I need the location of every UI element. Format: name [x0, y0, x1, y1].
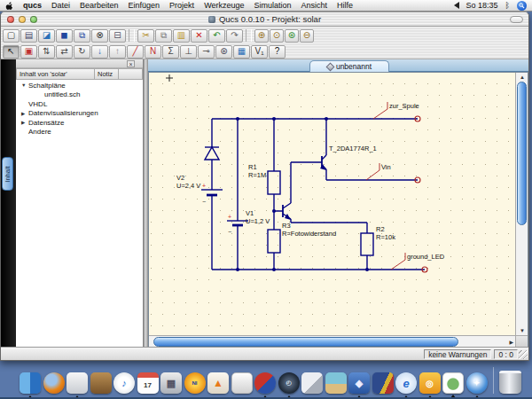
- dock-icon-vlc[interactable]: ▲: [207, 372, 229, 394]
- menu-bearbeiten[interactable]: Bearbeiten: [80, 1, 119, 10]
- r2-name[interactable]: R2: [376, 225, 385, 233]
- sidebar-item-datenvisualisierungen[interactable]: ▶ Datenvisualisierungen: [16, 109, 143, 119]
- dock-icon-qucs[interactable]: ◈: [348, 372, 370, 394]
- dock-icon-itunes[interactable]: ♪: [113, 372, 135, 394]
- window-resize-grip[interactable]: [519, 350, 528, 359]
- component-r2[interactable]: R2 R=10k: [361, 225, 395, 255]
- toolbar-button-close-document[interactable]: ⊗: [91, 29, 108, 43]
- dock-icon-address-book[interactable]: [90, 372, 112, 394]
- toolbar-button-save-all[interactable]: ⧉: [74, 29, 90, 43]
- menu-clock[interactable]: So 18:35: [466, 1, 498, 10]
- toolbar-button-copy[interactable]: ⧉: [155, 29, 172, 43]
- horizontal-scroll-thumb[interactable]: [153, 337, 458, 347]
- menu-ansicht[interactable]: Ansicht: [301, 1, 328, 10]
- component-diode[interactable]: [205, 147, 219, 160]
- toolbar-button-edit-component-properties[interactable]: ▣: [20, 45, 37, 59]
- r2-value[interactable]: R=10k: [376, 233, 395, 241]
- component-t2-npn[interactable]: [283, 203, 291, 220]
- panel-close-icon[interactable]: ×: [127, 60, 135, 67]
- component-r1[interactable]: R1 R=1M: [248, 163, 280, 194]
- node-label-zur-spule[interactable]: zur_Spule: [389, 102, 419, 110]
- v2-name[interactable]: V2: [176, 174, 184, 182]
- toolbar-button-save[interactable]: ◼: [56, 29, 73, 43]
- toolbar-button-print[interactable]: ⊟: [109, 29, 126, 43]
- scroll-up-icon[interactable]: ▲: [520, 74, 525, 80]
- toolbar-button-redo[interactable]: ↷: [226, 29, 243, 43]
- component-v1[interactable]: + − V1 U=1,2 V: [227, 209, 270, 235]
- column-header-note[interactable]: Notiz: [95, 68, 119, 80]
- tree-expander-icon[interactable]: ▶: [21, 111, 28, 116]
- spotlight-icon[interactable]: [517, 1, 527, 11]
- menu-einfuegen[interactable]: Einfügen: [129, 1, 160, 10]
- scroll-right-icon[interactable]: ▶: [509, 340, 513, 345]
- dock-icon-internet-explorer[interactable]: e: [395, 372, 417, 394]
- toolbar-button-insert-wire-label[interactable]: N: [145, 45, 161, 59]
- v1-value[interactable]: U=1,2 V: [246, 217, 270, 225]
- vertical-scroll-thumb[interactable]: [517, 82, 527, 225]
- toolbar-button-insert-port[interactable]: ⊸: [198, 45, 215, 59]
- dock-icon-trash[interactable]: [499, 371, 521, 394]
- column-header-content[interactable]: Inhalt von 'solar': [16, 68, 95, 80]
- dock-icon-firefox[interactable]: [43, 372, 65, 394]
- toolbar-button-simulation-settings[interactable]: ⊛: [215, 45, 232, 59]
- sidebar-item-schaltplaene[interactable]: ▼ Schaltpläne: [16, 81, 143, 90]
- dock-icon-separator[interactable]: [493, 367, 494, 394]
- toolbar-button-insert-wire[interactable]: ╱: [127, 45, 144, 59]
- toolbar-button-insert-equation[interactable]: Σ: [162, 45, 179, 59]
- toolbar-button-paste[interactable]: ▥: [173, 29, 190, 43]
- t1-name[interactable]: T_2DA1774R_1: [329, 145, 377, 153]
- node-label-vin[interactable]: Vin: [381, 163, 391, 171]
- sidebar-tab-inhalt[interactable]: Inhalt: [2, 157, 13, 191]
- dock-icon-cards-app[interactable]: [231, 372, 253, 394]
- toolbar-button-open-template[interactable]: ▤: [20, 29, 37, 43]
- bluetooth-menu-icon[interactable]: ᛒ: [505, 1, 510, 10]
- toolbar-button-zoom-in[interactable]: ⊕: [254, 29, 269, 43]
- toolbar-button-zoom-fit[interactable]: ⊛: [285, 29, 299, 43]
- vertical-scrollbar[interactable]: ▲ ▼: [515, 73, 528, 335]
- dock-icon-audio-app[interactable]: [254, 372, 276, 394]
- toolbar-button-mirror-x-axis[interactable]: ⇅: [38, 45, 55, 59]
- toolbar-button-select-pointer[interactable]: ↖: [3, 45, 20, 59]
- r3-name[interactable]: R3: [282, 222, 291, 230]
- tab-unbenannt[interactable]: unbenannt: [309, 60, 389, 72]
- sidebar-item-untitled-sch[interactable]: untitled.sch: [16, 90, 143, 100]
- sidebar-item-datensaetze[interactable]: ▶ Datensätze: [16, 118, 143, 128]
- toolbar-button-rotate[interactable]: ↻: [74, 45, 90, 59]
- dock-icon-sherlock[interactable]: ◎: [419, 372, 441, 394]
- sidebar-item-andere[interactable]: Andere: [16, 128, 143, 137]
- toolbar-button-zoom-1-1[interactable]: ⊙: [270, 29, 284, 43]
- apple-menu-icon[interactable]: [5, 1, 13, 10]
- dock-icon-photo-app[interactable]: [325, 372, 347, 394]
- menu-werkzeuge[interactable]: Werkzeuge: [204, 1, 244, 10]
- toolbar-toggle-pill[interactable]: [510, 16, 523, 23]
- dock-icon-sunburst-app[interactable]: NI: [184, 372, 206, 394]
- tree-expander-icon[interactable]: ▼: [21, 82, 28, 88]
- horizontal-scrollbar[interactable]: ▶: [149, 335, 516, 348]
- dock-icon-documents-folder[interactable]: [372, 372, 394, 394]
- sidebar-item-vhdl[interactable]: VHDL: [16, 99, 143, 109]
- active-app-name[interactable]: qucs: [23, 1, 42, 10]
- toolbar-button-open-file[interactable]: ◪: [38, 29, 55, 43]
- toolbar-button-undo[interactable]: ↶: [208, 29, 225, 43]
- scroll-down-icon[interactable]: ▼: [520, 328, 525, 333]
- toolbar-button-cut[interactable]: ✂: [137, 29, 154, 43]
- toolbar-button-view-data-display[interactable]: ▦: [233, 45, 250, 59]
- component-v2[interactable]: + − V2 U=2,4 V: [176, 174, 223, 205]
- dock-icon-scanner-app[interactable]: [301, 372, 323, 394]
- r3-value[interactable]: R=Fotowiderstand: [282, 230, 336, 238]
- dock-icon-clock-app[interactable]: ◴: [278, 372, 300, 394]
- wires[interactable]: [212, 119, 425, 270]
- toolbar-button-new-document[interactable]: ▢: [3, 29, 20, 43]
- menu-projekt[interactable]: Projekt: [169, 1, 194, 10]
- v1-name[interactable]: V1: [246, 209, 254, 217]
- title-bar[interactable]: Qucs 0.0.10 - Projekt: solar: [1, 12, 528, 27]
- dock-icon-finder[interactable]: [20, 372, 41, 394]
- toolbar-button-whats-this-help[interactable]: ?: [269, 45, 286, 59]
- component-t1-npn[interactable]: T_2DA1774R_1: [320, 145, 377, 170]
- dock-icon-preview[interactable]: [66, 372, 88, 394]
- menu-datei[interactable]: Datei: [51, 1, 70, 10]
- tree-expander-icon[interactable]: ▶: [21, 120, 28, 125]
- dock-icon-iphoto[interactable]: [442, 372, 464, 394]
- dock-icon-ical[interactable]: 17: [137, 372, 159, 394]
- toolbar-button-pop-out[interactable]: ↑: [109, 45, 126, 59]
